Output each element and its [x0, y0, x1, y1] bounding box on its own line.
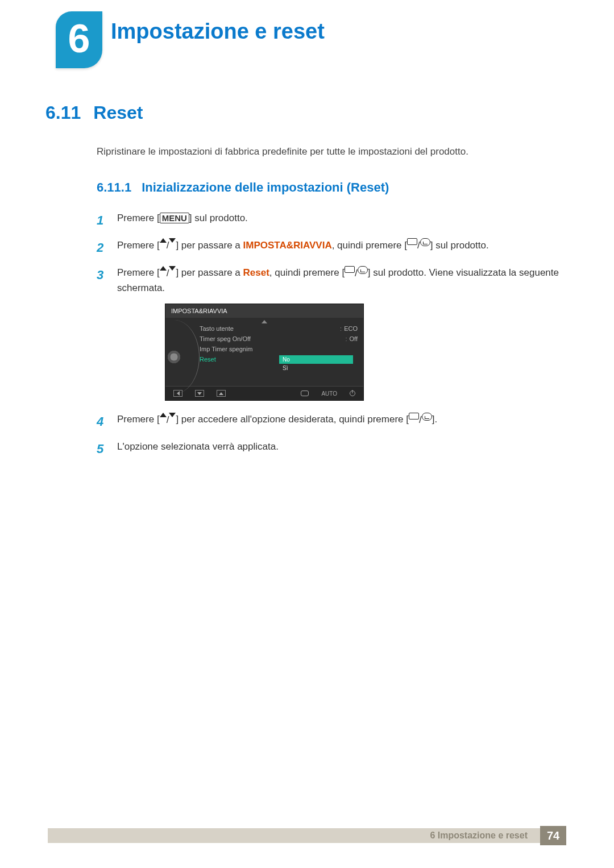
text: , quindi premere [	[269, 267, 345, 278]
step-2: 2 Premere [/] per passare a IMPOSTA&RIAV…	[97, 238, 569, 258]
text: ] per passare a	[176, 240, 243, 251]
osd-row-label: Tasto utente	[200, 325, 234, 332]
osd-reset-options: No Sì	[279, 355, 353, 372]
osd-row-value: Off	[350, 335, 358, 342]
enter-icon	[301, 391, 309, 396]
text: ] per passare a	[176, 267, 243, 278]
subsection-heading: 6.11.1 Inizializzazione delle impostazio…	[97, 180, 569, 195]
menu-key-label: MENU	[160, 213, 189, 223]
text: ].	[432, 414, 437, 425]
step-number: 3	[97, 265, 107, 296]
text: ] sul prodotto.	[430, 240, 489, 251]
nav-target: IMPOSTA&RIAVVIA	[243, 240, 332, 251]
nav-down-icon	[195, 390, 204, 397]
step-number: 5	[97, 439, 107, 459]
osd-row-value: ECO	[344, 325, 358, 332]
nav-up-icon	[217, 390, 226, 397]
text: Premere [	[117, 414, 160, 425]
osd-screenshot: IMPOSTA&RIAVVIA Tasto utente :ECO Timer …	[165, 304, 569, 401]
up-down-icon: /	[160, 238, 176, 253]
osd-body: Tasto utente :ECO Timer speg On/Off :Off…	[165, 318, 363, 386]
chapter-title: Impostazione e reset	[111, 19, 325, 44]
page-footer: 6 Impostazione e reset 74	[48, 826, 566, 845]
osd-option-no: No	[279, 355, 353, 364]
osd-row-label: Timer speg On/Off	[200, 335, 251, 342]
text: Premere [	[117, 267, 160, 278]
section-number: 6.11	[45, 102, 81, 123]
section-heading: 6.11 Reset	[45, 102, 569, 123]
text: , quindi premere [	[332, 240, 407, 251]
enter-source-icon: /	[345, 266, 368, 281]
chapter-number-badge: 6	[56, 11, 102, 68]
text: ] sul prodotto.	[189, 213, 248, 223]
step-body: L'opzione selezionata verrà applicata.	[117, 439, 569, 459]
text: Premere [	[117, 213, 160, 223]
section-description: Ripristinare le impostazioni di fabbrica…	[97, 146, 569, 157]
step-number: 2	[97, 238, 107, 258]
auto-label: AUTO	[321, 391, 337, 397]
osd-row: Imp Timer spegnim	[200, 344, 358, 354]
power-icon	[350, 391, 355, 396]
osd-panel: IMPOSTA&RIAVVIA Tasto utente :ECO Timer …	[165, 304, 364, 401]
step-number: 1	[97, 211, 107, 230]
step-body: Premere [/] per passare a Reset, quindi …	[117, 265, 569, 296]
up-down-icon: /	[160, 266, 176, 281]
step-4: 4 Premere [/] per accedere all'opzione d…	[97, 412, 569, 431]
footer-chapter-label: 6 Impostazione e reset	[430, 830, 528, 841]
enter-source-icon: /	[407, 238, 430, 253]
page-number: 74	[540, 826, 566, 845]
scroll-up-icon	[262, 320, 267, 323]
osd-bottom-bar: AUTO	[165, 386, 363, 400]
osd-row: Timer speg On/Off :Off	[200, 334, 358, 344]
step-5: 5 L'opzione selezionata verrà applicata.	[97, 439, 569, 459]
up-down-icon: /	[160, 413, 176, 427]
osd-row: Tasto utente :ECO	[200, 323, 358, 334]
section-title: Reset	[93, 102, 143, 123]
text: Premere [	[117, 240, 160, 251]
subsection-number: 6.11.1	[97, 180, 131, 195]
page-content: 6.11 Reset Ripristinare le impostazioni …	[45, 102, 569, 467]
step-number: 4	[97, 412, 107, 431]
steps-list: 1 Premere [MENU] sul prodotto. 2 Premere…	[97, 211, 569, 459]
subsection-title: Inizializzazione delle impostazioni (Res…	[142, 180, 389, 195]
nav-target: Reset	[243, 267, 269, 278]
osd-row-label: Imp Timer spegnim	[200, 346, 253, 352]
step-body: Premere [/] per accedere all'opzione des…	[117, 412, 569, 431]
enter-source-icon: /	[409, 413, 432, 427]
step-body: Premere [MENU] sul prodotto.	[117, 211, 569, 230]
text: ] per accedere all'opzione desiderata, q…	[176, 414, 409, 425]
step-1: 1 Premere [MENU] sul prodotto.	[97, 211, 569, 230]
osd-option-si: Sì	[279, 364, 353, 372]
step-body: Premere [/] per passare a IMPOSTA&RIAVVI…	[117, 238, 569, 258]
step-3: 3 Premere [/] per passare a Reset, quind…	[97, 265, 569, 296]
osd-title: IMPOSTA&RIAVVIA	[165, 304, 363, 318]
